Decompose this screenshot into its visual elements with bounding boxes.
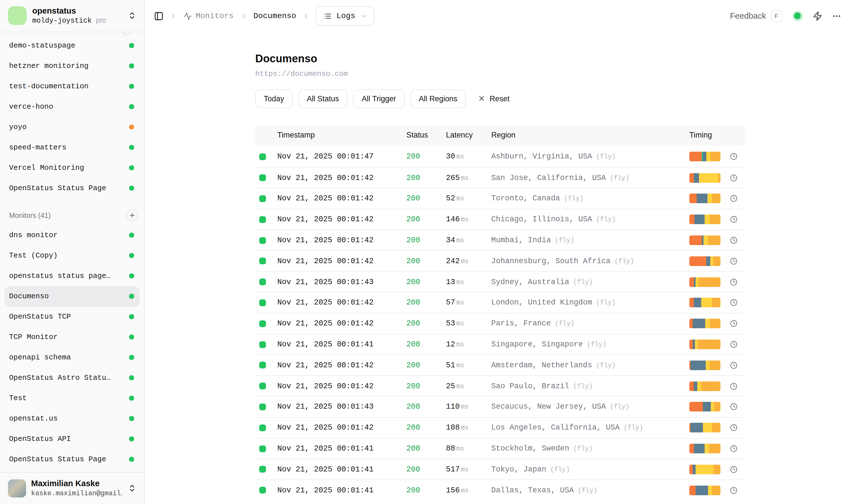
- status-indicator: [259, 278, 266, 285]
- log-row[interactable]: Nov 21, 2025 00:01:41 200 12ms Singapore…: [255, 334, 745, 355]
- clock-icon[interactable]: [730, 299, 737, 306]
- clock-icon[interactable]: [730, 153, 737, 160]
- reset-filters-button[interactable]: Reset: [474, 89, 513, 108]
- sidebar-item-documenso[interactable]: Documenso: [4, 286, 140, 306]
- sidebar-item-hetzner-monitoring[interactable]: hetzner monitoring: [4, 56, 140, 76]
- sidebar-item-speed-matters[interactable]: speed-matters: [4, 137, 140, 158]
- sidebar-item-openstatus-status-page-[interactable]: openstatus status page…: [4, 266, 140, 286]
- latency-unit: ms: [456, 278, 464, 286]
- sidebar-item-openstatus-status-page[interactable]: OpenStatus Status Page: [4, 449, 140, 469]
- cell-latency: 110ms: [446, 403, 491, 411]
- sidebar-item-openstatus-status-page[interactable]: OpenStatus Status Page: [4, 178, 140, 198]
- cell-region: Mumbai, India(fly): [491, 236, 689, 245]
- sidebar-item-verce-hono[interactable]: verce-hono: [4, 96, 140, 117]
- monitors-list: dns monitor Test (Copy) openstatus statu…: [4, 225, 140, 469]
- log-row[interactable]: Nov 21, 2025 00:01:42 200 25ms Sao Paulo…: [255, 376, 745, 396]
- cell-latency: 13ms: [446, 277, 491, 286]
- timing-segment-transfer: [698, 340, 720, 349]
- app: openstatus moldy-joystick pro demo-statu…: [0, 0, 856, 504]
- add-monitor-button[interactable]: [126, 210, 138, 221]
- clock-icon[interactable]: [730, 195, 737, 202]
- col-region: Region: [491, 131, 689, 139]
- breadcrumb-monitors[interactable]: Monitors: [183, 12, 233, 21]
- filter-all-status[interactable]: All Status: [298, 89, 347, 108]
- sidebar-item-demo-statuspage[interactable]: demo-statuspage: [4, 35, 140, 56]
- region-provider: (fly): [573, 278, 592, 286]
- timing-segment-tls: [692, 465, 696, 474]
- view-selector-button[interactable]: Logs: [316, 6, 375, 26]
- cell-status: 200: [406, 320, 446, 328]
- sidebar-item-test-copy-[interactable]: Test (Copy): [4, 245, 140, 266]
- clock-icon[interactable]: [730, 466, 737, 473]
- log-row[interactable]: Nov 21, 2025 00:01:43 200 110ms Secaucus…: [255, 396, 745, 417]
- log-row[interactable]: Nov 21, 2025 00:01:41 200 156ms Dallas, …: [255, 480, 745, 501]
- clock-icon[interactable]: [730, 320, 737, 327]
- col-latency: Latency: [446, 131, 491, 139]
- chevron-right-icon: [240, 13, 247, 20]
- timing-segment-tls: [694, 381, 697, 391]
- sidebar-item-openstatus-api[interactable]: OpenStatus API: [4, 429, 140, 449]
- clock-icon[interactable]: [730, 174, 737, 181]
- filter-all-regions[interactable]: All Regions: [410, 89, 466, 108]
- user-menu[interactable]: Maximilian Kaske kaske.maximilian@gmail…: [0, 472, 144, 504]
- clock-icon[interactable]: [730, 424, 737, 432]
- sidebar-item-tcp-monitor[interactable]: TCP Monitor: [4, 327, 140, 347]
- log-row[interactable]: Nov 21, 2025 00:01:42 200 57ms London, U…: [255, 292, 745, 313]
- clock-icon[interactable]: [730, 362, 737, 369]
- list-icon: [323, 12, 332, 20]
- log-row[interactable]: Nov 21, 2025 00:01:41 200 517ms Tokyo, J…: [255, 459, 745, 480]
- clock-icon[interactable]: [730, 382, 737, 390]
- timing-segment-tls: [696, 194, 708, 203]
- sidebar-item-test[interactable]: Test: [4, 388, 140, 408]
- latency-unit: ms: [456, 320, 464, 327]
- plus-icon: [128, 212, 136, 219]
- feedback-button[interactable]: Feedback F: [730, 10, 782, 22]
- region-provider: (fly): [614, 257, 634, 265]
- breadcrumb-current[interactable]: Documenso: [253, 12, 296, 21]
- sidebar-item-openstatus-astro-statu-[interactable]: OpenStatus Astro Statu…: [4, 367, 140, 388]
- sidebar-toggle-button[interactable]: [154, 11, 163, 21]
- workspace-switcher[interactable]: openstatus moldy-joystick pro: [0, 0, 144, 32]
- timing-bar: [689, 235, 720, 245]
- timing-segment-dns: [689, 444, 694, 453]
- more-menu-button[interactable]: [832, 11, 841, 21]
- timing-segment-ttfb: [706, 152, 710, 162]
- workspace-name: openstatus: [32, 6, 106, 16]
- log-row[interactable]: Nov 21, 2025 00:01:42 200 52ms Toronto, …: [255, 188, 745, 209]
- clock-icon[interactable]: [730, 341, 737, 348]
- clock-icon[interactable]: [730, 237, 737, 244]
- clock-icon[interactable]: [730, 216, 737, 223]
- system-status-indicator[interactable]: [792, 11, 803, 21]
- log-row[interactable]: Nov 21, 2025 00:01:42 200 51ms Amsterdam…: [255, 355, 745, 376]
- clock-icon[interactable]: [730, 486, 737, 494]
- timing-bar: [689, 215, 720, 224]
- sidebar-item-openstat-us[interactable]: openstat.us: [4, 408, 140, 429]
- clock-icon[interactable]: [730, 257, 737, 265]
- sidebar-item-dns-monitor[interactable]: dns monitor: [4, 225, 140, 245]
- latency-unit: ms: [461, 403, 469, 411]
- timing-segment-ttfb: [703, 423, 712, 433]
- sidebar-item-openapi-schema[interactable]: openapi schema: [4, 347, 140, 367]
- log-row[interactable]: Nov 21, 2025 00:01:42 200 108ms Los Ange…: [255, 417, 745, 438]
- sidebar-item-test-documentation[interactable]: test-documentation: [4, 76, 140, 96]
- log-row[interactable]: Nov 21, 2025 00:01:41 200 88ms Stockholm…: [255, 438, 745, 459]
- log-row[interactable]: Nov 21, 2025 00:01:42 200 53ms Paris, Fr…: [255, 313, 745, 334]
- log-row[interactable]: Nov 21, 2025 00:01:42 200 34ms Mumbai, I…: [255, 230, 745, 250]
- quick-actions-button[interactable]: [813, 11, 822, 21]
- sidebar-item-openstatus-tcp[interactable]: OpenStatus TCP: [4, 306, 140, 327]
- sidebar-item-yoyo[interactable]: yoyo: [4, 117, 140, 137]
- log-row[interactable]: Nov 21, 2025 00:01:42 200 146ms Chicago,…: [255, 209, 745, 230]
- log-row[interactable]: Nov 21, 2025 00:01:43 200 13ms Sydney, A…: [255, 271, 745, 292]
- clock-icon[interactable]: [730, 403, 737, 411]
- filter-today[interactable]: Today: [255, 89, 292, 108]
- add-status-page-button[interactable]: [122, 32, 133, 35]
- clock-icon[interactable]: [730, 278, 737, 286]
- monitor-url: https://documenso.com: [255, 69, 745, 78]
- log-row[interactable]: Nov 21, 2025 00:01:47 200 30ms Ashburn, …: [255, 146, 745, 167]
- sidebar-item-vercel-monitoring[interactable]: Vercel Monitoring: [4, 158, 140, 178]
- log-row[interactable]: Nov 21, 2025 00:01:42 200 242ms Johannes…: [255, 250, 745, 271]
- log-row[interactable]: Nov 21, 2025 00:01:42 200 265ms San Jose…: [255, 167, 745, 188]
- latency-unit: ms: [456, 382, 464, 390]
- clock-icon[interactable]: [730, 445, 737, 452]
- filter-all-trigger[interactable]: All Trigger: [353, 89, 405, 108]
